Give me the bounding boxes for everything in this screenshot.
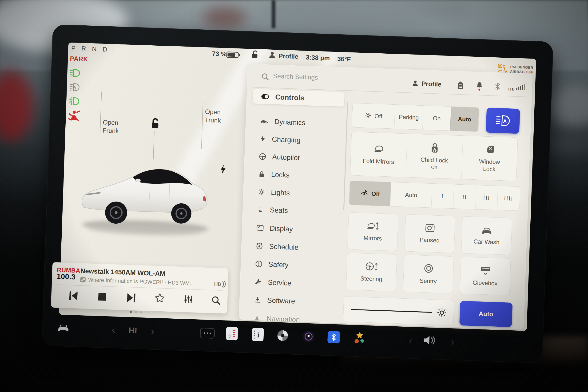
dock-calendar-icon[interactable] [226, 327, 238, 340]
wipers-2-segment[interactable]: II [453, 184, 476, 209]
mirrors-adjust-icon [367, 221, 380, 231]
temp-increase-chevron-icon[interactable]: › [150, 326, 154, 336]
seat-icon [257, 206, 264, 213]
wipers-4-segment[interactable]: IIII [497, 186, 520, 211]
notifications-bell-icon[interactable] [476, 81, 483, 91]
sentry-mode-button[interactable]: Sentry [403, 255, 454, 294]
steering-wheel-icon [259, 153, 266, 160]
status-profile-label[interactable]: Profile [278, 52, 298, 60]
sidebar-item-dynamics[interactable]: Dynamics [252, 114, 344, 132]
svg-text:A: A [73, 85, 76, 89]
sidebar-item-safety[interactable]: Safety [246, 256, 339, 274]
blurred-pole [272, 0, 276, 28]
settings-panel: Profile LTE Controls [239, 64, 532, 330]
climate-temperature[interactable]: HI [129, 326, 138, 335]
equalizer-icon[interactable] [183, 294, 194, 304]
fold-mirrors-button[interactable]: Fold Mirrors [350, 132, 407, 177]
previous-track-icon[interactable] [69, 290, 78, 301]
fold-mirrors-icon [373, 144, 384, 154]
wipers-off-segment[interactable]: Off [349, 181, 391, 206]
lightning-icon [260, 135, 266, 142]
hd-label: HD [214, 281, 221, 287]
open-frunk-button[interactable]: Open Frunk [102, 118, 129, 136]
lights-off-segment[interactable]: Off [352, 103, 395, 129]
clock: 3:38 pm [306, 54, 330, 62]
sidebar-item-autopilot[interactable]: Autopilot [250, 149, 342, 167]
unlocked-lock-icon[interactable] [149, 118, 161, 130]
dock-climate-fan-icon[interactable] [276, 329, 289, 342]
vehicle-3d-view [75, 144, 215, 240]
dock-camera-icon[interactable] [302, 330, 315, 343]
sidebar-scrollbar[interactable] [344, 102, 348, 210]
dock-contacts-icon[interactable]: i [252, 328, 264, 342]
bluetooth-status-icon[interactable] [494, 82, 501, 90]
blurred-red-car [0, 70, 33, 141]
dock-more-apps-icon[interactable] [200, 328, 215, 338]
child-lock-icon [430, 143, 440, 154]
sidebar-item-seats[interactable]: Seats [248, 202, 340, 220]
media-subtitle-row: Where Information is POWER!! · HD3 WM.. [80, 276, 193, 287]
sidebar-item-display[interactable]: Display [248, 220, 340, 238]
wipers-1-segment[interactable]: I [431, 184, 454, 208]
steering-adjust-button[interactable]: Steering [346, 253, 397, 292]
panel-profile-label[interactable]: Profile [422, 80, 442, 88]
open-trunk-button[interactable]: Open Trunk [204, 108, 231, 125]
next-track-icon[interactable] [126, 292, 136, 303]
auto-high-beam-button[interactable]: A [486, 108, 520, 134]
lights-on-segment[interactable]: On [422, 106, 451, 130]
media-prev-chevron-icon[interactable]: ‹ [409, 335, 412, 346]
svg-text:A: A [503, 118, 507, 124]
dock-toybox-icon[interactable] [353, 331, 366, 345]
lights-parking-segment[interactable]: Parking [394, 105, 423, 130]
sidebar-item-navigation[interactable]: Navigation [244, 311, 337, 328]
profile-icon[interactable] [268, 50, 276, 59]
favorite-star-icon[interactable] [154, 292, 165, 304]
brightness-slider-card [343, 296, 454, 326]
hd-radio-icon: HD [214, 280, 226, 288]
wipers-3-segment[interactable]: III [475, 185, 498, 210]
sentry-icon [423, 263, 434, 274]
media-next-chevron-icon[interactable]: › [451, 336, 454, 347]
park-indicator: PARK [70, 55, 88, 63]
sidebar-item-lights[interactable]: Lights [249, 184, 341, 202]
charge-port-icon[interactable] [220, 164, 227, 175]
brightness-slider[interactable] [351, 309, 432, 313]
temp-decrease-chevron-icon[interactable]: ‹ [112, 325, 116, 335]
media-subtitle: Where Information is POWER!! · HD3 WM.. [88, 276, 193, 287]
steering-adjust-icon [365, 262, 378, 272]
sidebar-item-service[interactable]: Service [246, 274, 338, 292]
car-wash-button[interactable]: Car Wash [461, 216, 512, 255]
station-logo[interactable]: RUMBA 100.3 [57, 267, 79, 280]
battery-icon [226, 51, 241, 58]
lights-auto-segment[interactable]: Auto [450, 107, 479, 132]
search-settings-input[interactable] [273, 72, 358, 83]
stop-icon[interactable] [98, 293, 106, 301]
blurred-building [202, 7, 247, 28]
sidebar-item-charging[interactable]: Charging [251, 131, 343, 149]
mirrors-adjust-button[interactable]: Mirrors [348, 212, 398, 251]
sidebar-item-locks[interactable]: Locks [250, 166, 342, 184]
display-icon [256, 224, 264, 232]
quick-actions-row: Fold Mirrors Child Lock Off Window Lock [350, 132, 518, 181]
media-title[interactable]: Newstalk 1450AM WOL-AM [80, 267, 165, 278]
child-lock-button[interactable]: Child Lock Off [406, 134, 463, 179]
sidebar-item-software[interactable]: Software [245, 292, 338, 310]
sidebar-item-schedule[interactable]: Schedule [247, 238, 340, 256]
panel-profile-icon[interactable] [412, 80, 419, 87]
sidebar-item-controls[interactable]: Controls [252, 89, 344, 107]
dashcam-paused-button[interactable]: Paused [404, 214, 455, 253]
window-lock-button[interactable]: Window Lock [462, 136, 518, 181]
dock-vehicle-icon[interactable] [57, 322, 70, 332]
media-search-icon[interactable] [210, 295, 221, 306]
glovebox-button[interactable]: Glovebox [460, 256, 511, 295]
wipers-auto-segment[interactable]: Auto [390, 182, 432, 208]
unlocked-icon[interactable] [251, 50, 259, 59]
exterior-lights-control: Off Parking On Auto [352, 103, 479, 132]
album-art-icon [80, 276, 86, 282]
auto-brightness-button[interactable]: Auto [459, 301, 512, 327]
dock-bluetooth-icon[interactable] [328, 331, 340, 344]
download-icon [254, 296, 261, 304]
owners-manual-icon[interactable] [456, 80, 464, 90]
dock-volume-icon[interactable] [422, 334, 436, 346]
schedule-clock-icon [256, 242, 263, 250]
